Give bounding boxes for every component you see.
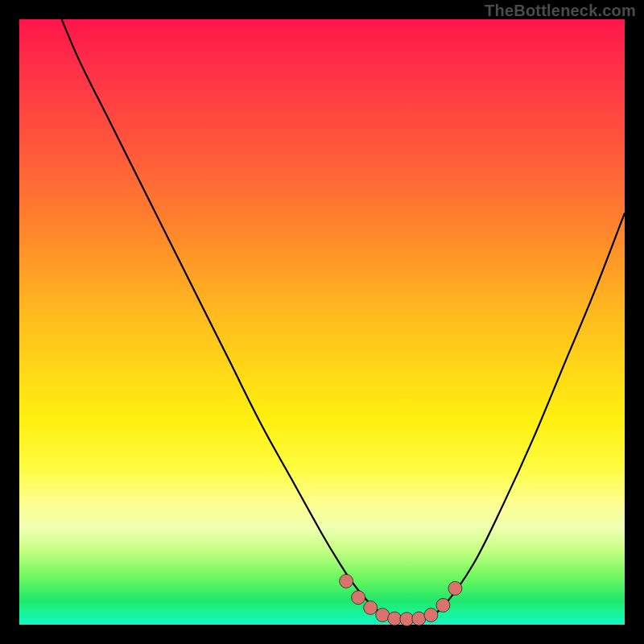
marker-dot bbox=[376, 609, 390, 622]
marker-dot bbox=[340, 574, 353, 588]
optimal-band-markers bbox=[340, 574, 462, 625]
marker-dot bbox=[352, 591, 365, 605]
watermark-text: TheBottleneck.com bbox=[485, 2, 636, 20]
marker-dot bbox=[388, 612, 402, 625]
marker-dot bbox=[412, 612, 426, 625]
marker-dot bbox=[448, 581, 462, 595]
marker-dot bbox=[436, 598, 450, 612]
bottleneck-curve bbox=[62, 19, 625, 620]
marker-dot bbox=[364, 601, 378, 614]
marker-dot bbox=[424, 609, 438, 622]
curve-layer bbox=[19, 19, 625, 625]
marker-dot bbox=[400, 613, 414, 626]
